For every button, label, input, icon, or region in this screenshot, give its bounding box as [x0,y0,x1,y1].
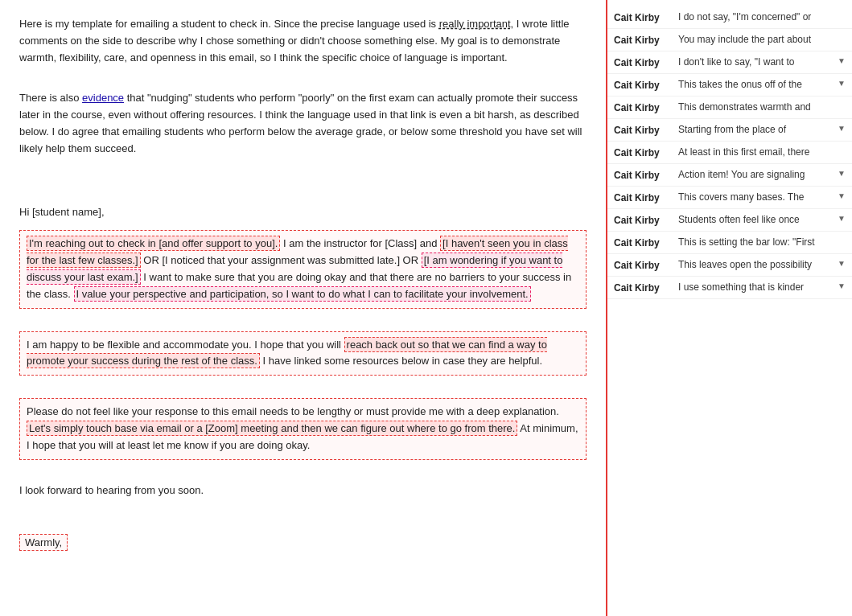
comment-text: This demonstrates warmth and [678,101,846,113]
comment-author: Cait Kirby [614,214,672,226]
expand-icon[interactable]: ▼ [838,169,846,178]
email-greeting: Hi [student name], [19,204,587,221]
email-para2: I am happy to be flexible and accommodat… [19,331,587,376]
comment-row: Cait Kirby I do not say, "I'm concerned"… [607,6,852,29]
main-content: Here is my template for emailing a stude… [0,0,607,616]
comment-row: Cait Kirby At least in this first email,… [607,142,852,164]
comment-row: Cait Kirby Action item! You are signalin… [607,164,852,187]
comment-text: At least in this first email, there [678,146,846,158]
comment-author: Cait Kirby [614,281,672,294]
expand-icon[interactable]: ▼ [838,124,846,133]
highlight-6: Let's simply touch base via email or a [… [27,421,517,436]
comment-text: I use something that is kinder [678,281,834,293]
email-closing: I look forward to hearing from you soon. [19,483,587,499]
comments-sidebar: Cait Kirby I do not say, "I'm concerned"… [607,0,852,616]
comment-text: This takes the onus off of the [678,79,834,90]
intro-para2: There is also evidence that "nudging" st… [19,90,587,157]
comment-author: Cait Kirby [614,79,672,91]
really-important: really important [439,18,511,30]
comment-row: Cait Kirby I don't like to say, "I want … [607,51,852,74]
highlight-4: I value your perspective and participati… [74,286,531,302]
comment-row: Cait Kirby This covers many bases. The ▼ [607,187,852,209]
comment-row: Cait Kirby This is setting the bar low: … [607,232,852,254]
email-signoff: Warmly, [19,534,587,551]
comment-author: Cait Kirby [614,191,672,203]
comment-author: Cait Kirby [614,146,672,158]
comment-text: This is setting the bar low: "First [678,236,846,248]
expand-icon[interactable]: ▼ [838,259,846,268]
comment-author: Cait Kirby [614,124,672,136]
intro-para1: Here is my template for emailing a stude… [19,16,587,66]
highlight-1: I'm reaching out to check in [and offer … [27,236,280,251]
highlight-5: reach back out so that we can find a way… [27,337,547,369]
comment-row: Cait Kirby This demonstrates warmth and [607,97,852,119]
comment-text: I do not say, "I'm concerned" or [678,11,846,23]
comment-row: Cait Kirby This leaves open the possibil… [607,254,852,277]
comment-author: Cait Kirby [614,56,672,68]
comment-row: Cait Kirby Students often feel like once… [607,209,852,232]
comment-author: Cait Kirby [614,11,672,23]
comment-author: Cait Kirby [614,169,672,181]
email-para1: I'm reaching out to check in [and offer … [19,230,587,308]
comment-row: Cait Kirby I use something that is kinde… [607,277,852,299]
comment-text: Starting from the place of [678,124,834,135]
comment-author: Cait Kirby [614,101,672,113]
comment-row: Cait Kirby You may include the part abou… [607,29,852,51]
expand-icon[interactable]: ▼ [838,79,846,88]
comment-text: I don't like to say, "I want to [678,56,834,68]
comment-text: This leaves open the possibility [678,259,834,270]
comment-text: You may include the part about [678,34,846,45]
comment-text: This covers many bases. The [678,191,834,203]
comment-author: Cait Kirby [614,34,672,46]
comment-author: Cait Kirby [614,259,672,271]
comment-text: Action item! You are signaling [678,169,834,180]
expand-icon[interactable]: ▼ [838,214,846,223]
expand-icon[interactable]: ▼ [838,56,846,65]
comment-author: Cait Kirby [614,236,672,248]
evidence-link[interactable]: evidence [82,92,124,104]
signoff-box: Warmly, [19,534,68,551]
expand-icon[interactable]: ▼ [838,281,846,290]
expand-icon[interactable]: ▼ [838,191,846,200]
comment-row: Cait Kirby Starting from the place of ▼ [607,119,852,142]
email-para3: Please do not feel like your response to… [19,398,587,459]
comment-row: Cait Kirby This takes the onus off of th… [607,74,852,97]
comment-text: Students often feel like once [678,214,834,225]
